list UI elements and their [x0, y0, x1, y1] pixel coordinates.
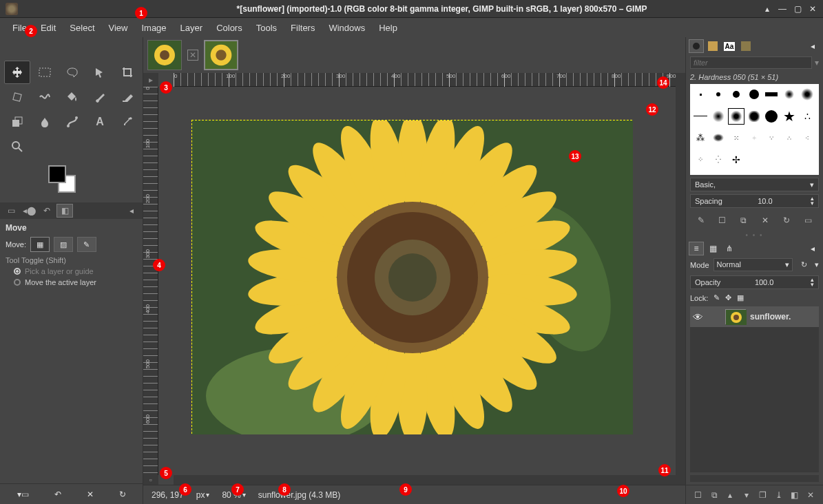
- delete-brush-icon[interactable]: ✕: [758, 213, 772, 227]
- horizontal-ruler[interactable]: 0100200300400500600700800900: [174, 73, 676, 87]
- eraser-tool[interactable]: [114, 85, 140, 109]
- dock-tab-history[interactable]: ◂⬤: [21, 204, 37, 218]
- fonts-tab[interactable]: Aa: [722, 39, 737, 53]
- save-options-icon[interactable]: ▾▭: [17, 490, 29, 499]
- brush-line[interactable]: [693, 109, 708, 124]
- brushes-tab[interactable]: [689, 39, 704, 53]
- warp-tool[interactable]: [32, 85, 58, 109]
- brush-category-select[interactable]: Basic,▾: [690, 178, 819, 191]
- units-select[interactable]: px▾: [192, 489, 214, 501]
- pick-layer-radio[interactable]: [14, 268, 21, 275]
- brush-h075[interactable]: [747, 109, 762, 124]
- brush-filter-input[interactable]: [690, 56, 812, 69]
- move-mode-path[interactable]: ✎: [77, 237, 96, 252]
- delete-layer-icon[interactable]: ✕: [804, 488, 817, 502]
- spacing-slider[interactable]: Spacing10.0▴▾: [690, 194, 819, 208]
- menu-image[interactable]: Image: [134, 20, 173, 36]
- brush-spray2[interactable]: ⁂: [693, 130, 708, 145]
- dock-tab-device[interactable]: ▭: [3, 204, 19, 218]
- brush-cross[interactable]: ✢: [729, 152, 744, 167]
- menu-tools[interactable]: Tools: [249, 20, 284, 36]
- restore-options-icon[interactable]: ↶: [54, 490, 61, 499]
- dock-grip[interactable]: • • •: [686, 230, 823, 240]
- menu-edit[interactable]: Edit: [34, 20, 63, 36]
- menu-help[interactable]: Help: [372, 20, 404, 36]
- brush-block[interactable]: [764, 87, 779, 102]
- layers-dock-menu[interactable]: ◂: [805, 242, 820, 255]
- brush-star[interactable]: ★: [782, 109, 797, 124]
- mode-chev-icon[interactable]: ▾: [815, 260, 819, 269]
- paths-tool[interactable]: [59, 110, 85, 134]
- maximize-icon[interactable]: ▢: [793, 4, 802, 14]
- open-brush-icon[interactable]: ▭: [801, 213, 815, 227]
- patterns-tab[interactable]: [705, 39, 720, 53]
- paintbrush-tool[interactable]: [87, 85, 113, 109]
- brush-hard-small[interactable]: [711, 87, 726, 102]
- layer-item[interactable]: 👁 sunflower.: [690, 306, 819, 327]
- image-canvas[interactable]: [191, 120, 632, 434]
- dock-menu-icon[interactable]: ◂: [123, 204, 140, 218]
- mode-switch-icon[interactable]: ↻: [797, 260, 811, 269]
- color-picker-tool[interactable]: [114, 110, 140, 134]
- move-mode-selection[interactable]: ▨: [54, 237, 73, 252]
- brush-hard-med[interactable]: [729, 87, 744, 102]
- brush-pixel[interactable]: [693, 87, 708, 102]
- history-tab[interactable]: [738, 39, 753, 53]
- rollup-icon[interactable]: ▴: [762, 4, 772, 14]
- brush-hard-lg[interactable]: [747, 87, 762, 102]
- horizontal-scrollbar[interactable]: [174, 475, 676, 485]
- vertical-scrollbar[interactable]: [676, 87, 685, 475]
- brush-scatter4[interactable]: ⁘: [693, 152, 708, 167]
- lower-layer-icon[interactable]: ▾: [740, 488, 753, 502]
- move-tool[interactable]: [4, 61, 30, 84]
- brush-spray1[interactable]: ∴: [800, 109, 815, 124]
- zoom-tool[interactable]: [4, 135, 30, 158]
- lock-pixels-icon[interactable]: ✎: [713, 293, 720, 302]
- fuzzy-select-tool[interactable]: [87, 61, 113, 84]
- image-thumb-1[interactable]: [147, 40, 182, 70]
- layer-name[interactable]: sunflower.: [750, 312, 791, 322]
- filter-chevron-icon[interactable]: ▾: [812, 58, 819, 67]
- quick-mask-toggle[interactable]: ▫: [143, 475, 158, 485]
- ruler-origin[interactable]: ▸: [143, 73, 158, 87]
- brush-scatter3[interactable]: ⁖: [800, 130, 815, 145]
- brush-spray3[interactable]: ⁙: [729, 130, 744, 145]
- new-brush-icon[interactable]: ☐: [716, 213, 729, 227]
- color-swatches[interactable]: [48, 165, 90, 200]
- dock-tab-tool-options[interactable]: ◧: [56, 204, 73, 218]
- crop-tool[interactable]: [114, 61, 140, 84]
- brush-h025[interactable]: [711, 109, 726, 124]
- canvas-viewport[interactable]: [158, 87, 676, 475]
- channels-tab[interactable]: ▦: [705, 242, 720, 255]
- brush-soft-lg[interactable]: [800, 87, 815, 102]
- mask-icon[interactable]: ◧: [788, 488, 802, 502]
- opacity-slider[interactable]: Opacity100.0▴▾: [690, 275, 819, 289]
- smudge-tool[interactable]: [32, 110, 58, 134]
- menu-colors[interactable]: Colors: [209, 20, 249, 36]
- paths-tab[interactable]: ⋔: [722, 242, 737, 255]
- brush-scatter5[interactable]: ⁛: [711, 152, 726, 167]
- edit-brush-icon[interactable]: ✎: [694, 213, 708, 227]
- fg-color-swatch[interactable]: [48, 165, 66, 183]
- nav-menu-icon[interactable]: [676, 73, 685, 87]
- move-active-radio[interactable]: [14, 279, 21, 286]
- new-group-icon[interactable]: ⧉: [707, 488, 721, 502]
- layer-hscroll[interactable]: [690, 475, 819, 482]
- delete-options-icon[interactable]: ✕: [87, 490, 94, 499]
- brush-scatter2[interactable]: ⸫: [782, 130, 797, 145]
- rect-select-tool[interactable]: [32, 61, 58, 84]
- close-icon[interactable]: ✕: [808, 4, 817, 14]
- dock-tab-undo[interactable]: ↶: [39, 204, 55, 218]
- dup-brush-icon[interactable]: ⧉: [737, 213, 751, 227]
- lock-position-icon[interactable]: ✥: [725, 293, 731, 302]
- rotate-tool[interactable]: [4, 85, 30, 109]
- brush-chalk[interactable]: [711, 130, 726, 145]
- text-tool[interactable]: A: [87, 110, 113, 134]
- brush-h050[interactable]: [729, 109, 744, 124]
- blend-mode-select[interactable]: Normal▾: [713, 258, 793, 271]
- nav-preview-icon[interactable]: [676, 475, 685, 485]
- vertical-ruler[interactable]: 0100200300400500600: [143, 87, 158, 475]
- menu-select[interactable]: Select: [63, 20, 101, 36]
- merge-down-icon[interactable]: ⤓: [772, 488, 786, 502]
- visibility-eye-icon[interactable]: 👁: [693, 311, 703, 323]
